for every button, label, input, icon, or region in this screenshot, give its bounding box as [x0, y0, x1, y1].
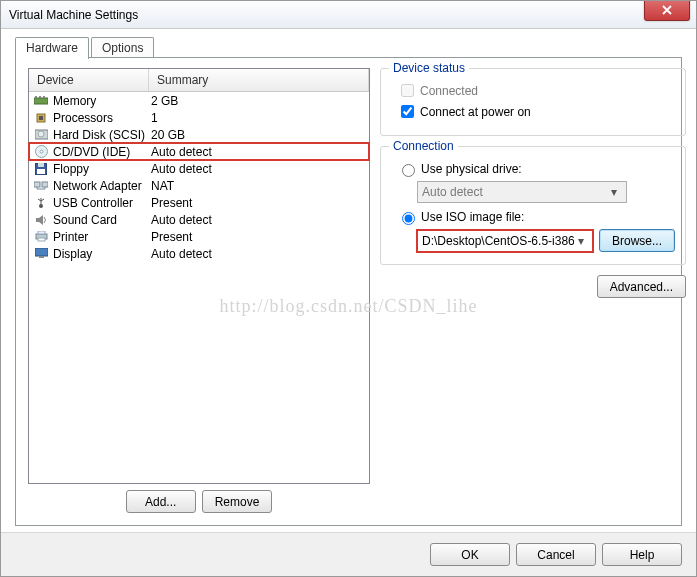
display-icon	[33, 247, 49, 261]
ok-button[interactable]: OK	[430, 543, 510, 566]
tab-hardware[interactable]: Hardware	[15, 37, 89, 59]
cpu-icon	[33, 111, 49, 125]
close-button[interactable]	[644, 0, 690, 21]
device-list-header: Device Summary	[29, 69, 369, 92]
chevron-down-icon: ▾	[606, 185, 622, 199]
device-row-sound[interactable]: Sound CardAuto detect	[29, 211, 369, 228]
physical-drive-radio[interactable]	[402, 164, 415, 177]
physical-drive-label: Use physical drive:	[421, 162, 522, 176]
device-name: USB Controller	[53, 196, 151, 210]
svg-rect-2	[39, 96, 41, 98]
title-bar: Virtual Machine Settings	[1, 1, 696, 29]
svg-rect-3	[43, 96, 45, 98]
device-row-cpu[interactable]: Processors1	[29, 109, 369, 126]
device-status-group: Device status Connected Connect at power…	[380, 68, 686, 136]
svg-rect-17	[38, 231, 45, 234]
svg-rect-20	[39, 256, 44, 258]
svg-rect-19	[35, 248, 48, 256]
add-button[interactable]: Add...	[126, 490, 196, 513]
physical-drive-combo[interactable]: Auto detect ▾	[417, 181, 627, 203]
device-summary: Present	[151, 196, 192, 210]
device-status-title: Device status	[389, 61, 469, 75]
device-summary: Auto detect	[151, 162, 212, 176]
tab-options[interactable]: Options	[91, 37, 154, 59]
device-row-usb[interactable]: USB ControllerPresent	[29, 194, 369, 211]
connected-checkbox[interactable]	[401, 84, 414, 97]
close-icon	[662, 5, 672, 15]
device-name: Printer	[53, 230, 151, 244]
device-row-floppy[interactable]: FloppyAuto detect	[29, 160, 369, 177]
memory-icon	[33, 94, 49, 108]
device-name: Processors	[53, 111, 151, 125]
chevron-down-icon: ▾	[574, 234, 588, 248]
svg-rect-1	[35, 96, 37, 98]
svg-rect-13	[34, 182, 40, 187]
device-summary: Auto detect	[151, 213, 212, 227]
device-name: CD/DVD (IDE)	[53, 145, 151, 159]
svg-rect-12	[37, 169, 45, 174]
cd-icon	[33, 145, 49, 159]
svg-point-7	[38, 131, 44, 137]
iso-radio-row[interactable]: Use ISO image file:	[397, 209, 675, 225]
device-summary: 2 GB	[151, 94, 178, 108]
device-summary: Present	[151, 230, 192, 244]
help-button[interactable]: Help	[602, 543, 682, 566]
advanced-button[interactable]: Advanced...	[597, 275, 686, 298]
usb-icon	[33, 196, 49, 210]
device-row-hdd[interactable]: Hard Disk (SCSI)20 GB	[29, 126, 369, 143]
device-name: Floppy	[53, 162, 151, 176]
svg-rect-18	[38, 238, 45, 241]
device-row-memory[interactable]: Memory2 GB	[29, 92, 369, 109]
svg-rect-0	[34, 98, 48, 104]
iso-radio[interactable]	[402, 212, 415, 225]
col-device[interactable]: Device	[29, 69, 149, 91]
svg-point-9	[40, 150, 43, 153]
device-name: Memory	[53, 94, 151, 108]
sound-icon	[33, 213, 49, 227]
device-row-cd[interactable]: CD/DVD (IDE)Auto detect	[29, 143, 369, 160]
cancel-button[interactable]: Cancel	[516, 543, 596, 566]
device-summary: 1	[151, 111, 158, 125]
iso-path-value: D:\Desktop\CentOS-6.5-i386-bin	[422, 234, 574, 248]
device-row-net[interactable]: Network AdapterNAT	[29, 177, 369, 194]
device-name: Network Adapter	[53, 179, 151, 193]
net-icon	[33, 179, 49, 193]
poweron-checkbox-row[interactable]: Connect at power on	[397, 102, 675, 121]
hdd-icon	[33, 128, 49, 142]
poweron-label: Connect at power on	[420, 105, 531, 119]
device-list[interactable]: Device Summary Memory2 GBProcessors1Hard…	[28, 68, 370, 484]
device-name: Hard Disk (SCSI)	[53, 128, 151, 142]
window-title: Virtual Machine Settings	[9, 8, 138, 22]
connection-group: Connection Use physical drive: Auto dete…	[380, 146, 686, 265]
iso-path-combo[interactable]: D:\Desktop\CentOS-6.5-i386-bin ▾	[417, 230, 593, 252]
col-summary[interactable]: Summary	[149, 69, 369, 91]
tab-strip: Hardware Options	[15, 37, 156, 59]
svg-rect-5	[39, 116, 43, 120]
printer-icon	[33, 230, 49, 244]
poweron-checkbox[interactable]	[401, 105, 414, 118]
svg-rect-11	[38, 163, 44, 167]
physical-drive-value: Auto detect	[422, 185, 483, 199]
device-summary: Auto detect	[151, 247, 212, 261]
device-summary: NAT	[151, 179, 174, 193]
browse-button[interactable]: Browse...	[599, 229, 675, 252]
physical-drive-radio-row[interactable]: Use physical drive:	[397, 161, 675, 177]
device-summary: Auto detect	[151, 145, 212, 159]
device-name: Sound Card	[53, 213, 151, 227]
device-row-printer[interactable]: PrinterPresent	[29, 228, 369, 245]
device-name: Display	[53, 247, 151, 261]
connected-checkbox-row[interactable]: Connected	[397, 81, 675, 100]
floppy-icon	[33, 162, 49, 176]
svg-rect-14	[42, 182, 48, 187]
tab-panel-hardware: Device Summary Memory2 GBProcessors1Hard…	[15, 57, 682, 526]
connection-title: Connection	[389, 139, 458, 153]
device-row-display[interactable]: DisplayAuto detect	[29, 245, 369, 262]
device-summary: 20 GB	[151, 128, 185, 142]
dialog-footer: OK Cancel Help	[1, 532, 696, 576]
connected-label: Connected	[420, 84, 478, 98]
remove-button[interactable]: Remove	[202, 490, 273, 513]
iso-label: Use ISO image file:	[421, 210, 524, 224]
